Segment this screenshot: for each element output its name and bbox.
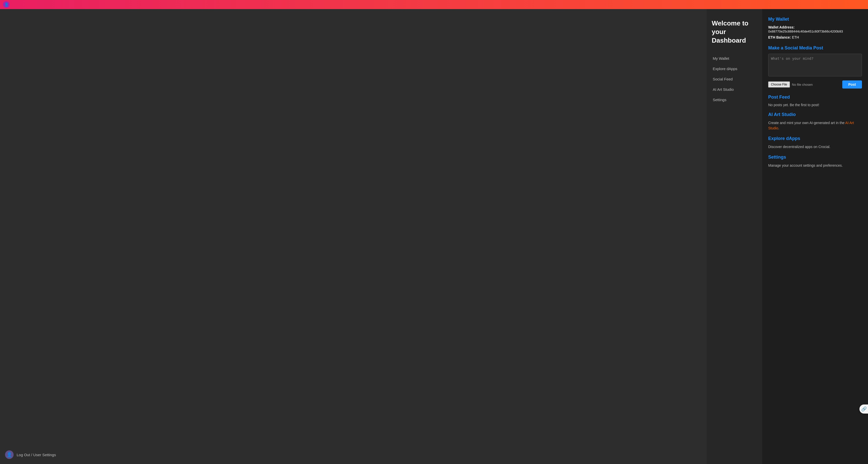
top-bar-avatar-icon: 👤 xyxy=(4,2,8,6)
top-bar: 👤 xyxy=(0,0,868,9)
wallet-address-value: 0x88770e25c888444c40de451c60f73b66c4200b… xyxy=(768,29,862,33)
main-layout: 👤 Log Out / User Settings Welcome to you… xyxy=(0,9,868,464)
floating-icon: 🔗 xyxy=(861,406,867,412)
nav-item-settings[interactable]: Settings xyxy=(712,95,757,104)
ai-art-studio-description: Create and mint your own AI-generated ar… xyxy=(768,120,862,131)
logout-avatar-icon: 👤 xyxy=(5,451,13,459)
right-panel: My Wallet Wallet Address: 0x88770e25c888… xyxy=(762,9,868,464)
settings-section: Settings Manage your account settings an… xyxy=(768,154,862,168)
top-bar-avatar: 👤 xyxy=(3,1,9,8)
ai-art-studio-section-title: AI Art Studio xyxy=(768,112,862,117)
explore-dapps-section-title: Explore dApps xyxy=(768,136,862,141)
nav-item-ai-art-studio[interactable]: AI Art Studio xyxy=(712,85,757,93)
nav-item-social-feed[interactable]: Social Feed xyxy=(712,75,757,83)
logout-area[interactable]: 👤 Log Out / User Settings xyxy=(5,451,702,459)
no-file-text: No file chosen xyxy=(792,83,812,87)
wallet-section-title: My Wallet xyxy=(768,17,862,22)
post-button[interactable]: Post xyxy=(842,81,862,88)
wallet-address-label: Wallet Address: xyxy=(768,25,795,29)
wallet-address-row: Wallet Address: 0x88770e25c888444c40de45… xyxy=(768,25,862,33)
explore-dapps-description: Discover decentralized apps on Crocial. xyxy=(768,144,862,149)
eth-balance-label: ETH Balance: xyxy=(768,35,791,39)
post-textarea[interactable] xyxy=(768,54,862,77)
nav-panel: Welcome to your Dashboard My Wallet Expl… xyxy=(707,9,762,464)
eth-balance-value: ETH xyxy=(792,35,799,39)
left-panel: 👤 Log Out / User Settings xyxy=(0,9,707,464)
wallet-section: My Wallet Wallet Address: 0x88770e25c888… xyxy=(768,17,862,39)
explore-dapps-section: Explore dApps Discover decentralized app… xyxy=(768,136,862,149)
post-feed-section: Post Feed No posts yet. Be the first to … xyxy=(768,94,862,107)
floating-button[interactable]: 🔗 xyxy=(860,405,868,413)
social-post-section: Make a Social Media Post Choose File No … xyxy=(768,46,862,88)
eth-balance-row: ETH Balance: ETH xyxy=(768,35,862,39)
nav-item-my-wallet[interactable]: My Wallet xyxy=(712,54,757,62)
logout-label[interactable]: Log Out / User Settings xyxy=(17,453,56,457)
file-input-wrapper: Choose File No file chosen xyxy=(768,82,812,87)
nav-item-explore-dapps[interactable]: Explore dApps xyxy=(712,64,757,73)
settings-description: Manage your account settings and prefere… xyxy=(768,163,862,168)
post-actions: Choose File No file chosen Post xyxy=(768,81,862,88)
welcome-text: Welcome to your Dashboard xyxy=(712,19,757,45)
choose-file-button[interactable]: Choose File xyxy=(768,82,790,87)
ai-art-studio-section: AI Art Studio Create and mint your own A… xyxy=(768,112,862,131)
ai-art-studio-desc-prefix: Create and mint your own AI-generated ar… xyxy=(768,121,845,125)
post-feed-section-title: Post Feed xyxy=(768,94,862,100)
settings-section-title: Settings xyxy=(768,154,862,160)
ai-art-studio-desc-suffix: . xyxy=(778,126,779,130)
social-post-section-title: Make a Social Media Post xyxy=(768,46,862,51)
no-posts-message: No posts yet. Be the first to post! xyxy=(768,103,862,107)
